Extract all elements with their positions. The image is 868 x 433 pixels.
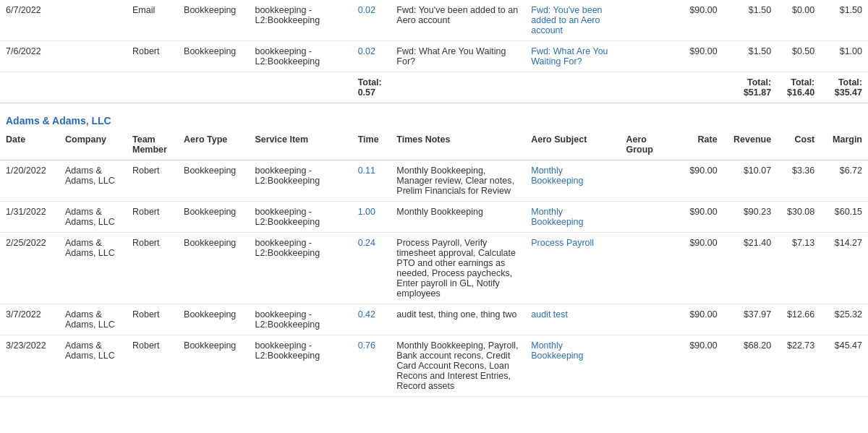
subject-link[interactable]: audit test [531, 309, 568, 320]
col-notes: Times Notes [391, 129, 525, 160]
service-cell: bookkeeping - L2:Bookkeeping [249, 202, 352, 233]
col-time: Time [352, 129, 391, 160]
section-total-row: Total:0.57 Total:$51.87 Total:$16.40 Tot… [0, 72, 868, 103]
date-cell: 2/25/2022 [0, 233, 59, 304]
company-cell: Adams & Adams, LLC [59, 304, 127, 335]
company-cell: Adams & Adams, LLC [59, 160, 127, 202]
group-cell [620, 160, 676, 202]
time-cell: 0.02 [352, 0, 391, 41]
revenue-cell: $1.50 [723, 0, 777, 41]
notes-cell: Monthly Bookkeeping, Manager review, Cle… [391, 160, 525, 202]
group-cell [620, 0, 676, 41]
type-cell: Bookkeeping [178, 160, 249, 202]
cost-cell: $12.66 [777, 304, 820, 335]
cost-cell: $22.73 [777, 335, 820, 397]
col-revenue: Revenue [723, 129, 777, 160]
company-cell [59, 0, 127, 41]
col-date: Date [0, 129, 59, 160]
rate-cell: $90.00 [676, 160, 723, 202]
subject-cell: Fwd: You've been added to an Aero accoun… [525, 0, 620, 41]
notes-cell: Process Payroll, Verify timesheet approv… [391, 233, 525, 304]
company-cell: Adams & Adams, LLC [59, 335, 127, 397]
cost-cell: $3.36 [777, 160, 820, 202]
service-cell: bookkeeping - L2:Bookkeeping [249, 0, 352, 41]
time-cell: 0.11 [352, 160, 391, 202]
rate-cell: $90.00 [676, 41, 723, 72]
margin-cell: $25.32 [820, 304, 868, 335]
margin-cell: $1.50 [820, 0, 868, 41]
total-empty [391, 72, 525, 103]
time-cell: 0.02 [352, 41, 391, 72]
company-cell: Adams & Adams, LLC [59, 202, 127, 233]
revenue-cell: $68.20 [723, 335, 777, 397]
notes-cell: Fwd: You've been added to an Aero accoun… [391, 0, 525, 41]
cost-cell: $0.00 [777, 0, 820, 41]
group-cell [620, 233, 676, 304]
col-type: Aero Type [178, 129, 249, 160]
group-cell [620, 202, 676, 233]
table-row: 1/20/2022 Adams & Adams, LLC Robert Book… [0, 160, 868, 202]
main-container: 6/7/2022 Email Bookkeeping bookkeeping -… [0, 0, 868, 397]
col-group: Aero Group [620, 129, 676, 160]
type-cell: Bookkeeping [178, 233, 249, 304]
subject-cell: Monthly Bookkeeping [525, 202, 620, 233]
table-row: 2/25/2022 Adams & Adams, LLC Robert Book… [0, 233, 868, 304]
subject-link[interactable]: Monthly Bookkeeping [531, 207, 583, 227]
service-cell: bookkeeping - L2:Bookkeeping [249, 233, 352, 304]
service-cell: bookkeeping - L2:Bookkeeping [249, 304, 352, 335]
table-row: 7/6/2022 Robert Bookkeeping bookkeeping … [0, 41, 868, 72]
table-row: 3/7/2022 Adams & Adams, LLC Robert Bookk… [0, 304, 868, 335]
total-label [0, 72, 59, 103]
type-cell: Bookkeeping [178, 202, 249, 233]
date-cell: 6/7/2022 [0, 0, 59, 41]
col-subject: Aero Subject [525, 129, 620, 160]
margin-cell: $45.47 [820, 335, 868, 397]
revenue-cell: $21.40 [723, 233, 777, 304]
subject-cell: audit test [525, 304, 620, 335]
subject-link[interactable]: Fwd: You've been added to an Aero accoun… [531, 5, 602, 35]
total-time: Total:0.57 [352, 72, 391, 103]
col-rate: Rate [676, 129, 723, 160]
notes-cell: Monthly Bookkeeping [391, 202, 525, 233]
column-header-row: Date Company Team Member Aero Type Servi… [0, 129, 868, 160]
revenue-cell: $10.07 [723, 160, 777, 202]
revenue-cell: $37.97 [723, 304, 777, 335]
cost-cell: $0.50 [777, 41, 820, 72]
subject-link[interactable]: Monthly Bookkeeping [531, 340, 583, 361]
table-row: 1/31/2022 Adams & Adams, LLC Robert Book… [0, 202, 868, 233]
revenue-cell: $1.50 [723, 41, 777, 72]
cost-cell: $30.08 [777, 202, 820, 233]
group-cell [620, 41, 676, 72]
team-cell: Robert [127, 335, 178, 397]
rate-cell: $90.00 [676, 335, 723, 397]
subject-cell: Monthly Bookkeeping [525, 160, 620, 202]
margin-cell: $6.72 [820, 160, 868, 202]
type-cell: Bookkeeping [178, 41, 249, 72]
rate-cell: $90.00 [676, 233, 723, 304]
group-cell [620, 335, 676, 397]
notes-cell: audit test, thing one, thing two [391, 304, 525, 335]
notes-cell: Fwd: What Are You Waiting For? [391, 41, 525, 72]
total-empty [249, 72, 352, 103]
total-empty [127, 72, 178, 103]
time-cell: 0.24 [352, 233, 391, 304]
total-margin: Total:$35.47 [820, 72, 868, 103]
date-cell: 3/7/2022 [0, 304, 59, 335]
date-cell: 1/20/2022 [0, 160, 59, 202]
section-title: Adams & Adams, LLC [0, 103, 868, 130]
table-row: 6/7/2022 Email Bookkeeping bookkeeping -… [0, 0, 868, 41]
total-empty [620, 72, 676, 103]
subject-link[interactable]: Monthly Bookkeeping [531, 166, 583, 186]
team-cell: Robert [127, 202, 178, 233]
service-cell: bookkeeping - L2:Bookkeeping [249, 41, 352, 72]
margin-cell: $60.15 [820, 202, 868, 233]
date-cell: 3/23/2022 [0, 335, 59, 397]
company-cell: Adams & Adams, LLC [59, 233, 127, 304]
subject-link[interactable]: Process Payroll [531, 238, 594, 248]
time-cell: 1.00 [352, 202, 391, 233]
total-revenue: Total:$51.87 [723, 72, 777, 103]
margin-cell: $1.00 [820, 41, 868, 72]
total-cost: Total:$16.40 [777, 72, 820, 103]
rate-cell: $90.00 [676, 304, 723, 335]
subject-link[interactable]: Fwd: What Are You Waiting For? [531, 46, 608, 67]
